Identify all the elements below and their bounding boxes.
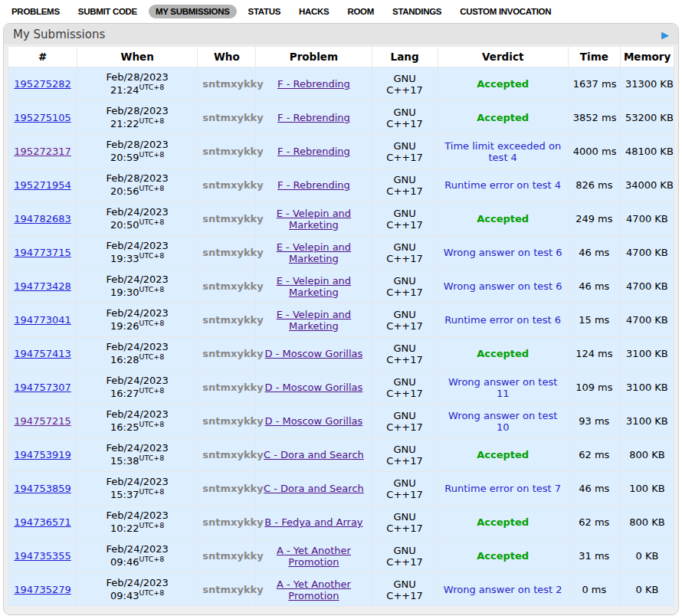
nav-item-status[interactable]: STATUS (241, 5, 288, 18)
submission-id-link[interactable]: 194782683 (14, 213, 70, 224)
user-link[interactable]: sntmxykky (202, 584, 263, 595)
user-link[interactable]: sntmxykky (202, 247, 263, 258)
submission-id-link[interactable]: 194757413 (14, 348, 70, 359)
problem-link[interactable]: B - Fedya and Array (264, 516, 362, 528)
lang-cell: GNU C++17 (372, 506, 438, 539)
submission-id-link[interactable]: 194736571 (14, 516, 70, 528)
submission-id-link[interactable]: 194773715 (14, 247, 70, 258)
table-row: 194757215 Feb/24/2023 16:25UTC+8 sntmxyk… (8, 405, 674, 438)
submission-id-link[interactable]: 195271954 (14, 179, 70, 191)
submissions-table: #WhenWhoProblemLangVerdictTimeMemory 195… (8, 46, 674, 607)
column-header-memory: Memory (620, 47, 674, 67)
submission-id-link[interactable]: 195275105 (14, 112, 70, 123)
nav-item-hacks[interactable]: HACKS (292, 5, 336, 18)
verdict-text: Accepted (477, 112, 529, 123)
submission-id-cell: 194773428 (8, 270, 77, 303)
when-cell: Feb/24/2023 19:30UTC+8 (77, 270, 198, 303)
nav-item-problems[interactable]: PROBLEMS (5, 5, 67, 18)
user-link[interactable]: sntmxykky (202, 179, 263, 191)
lang-cell: GNU C++17 (372, 270, 438, 303)
problem-link[interactable]: E - Velepin and Marketing (277, 208, 351, 231)
column-header-lang: Lang (372, 47, 438, 67)
lang-cell: GNU C++17 (372, 303, 438, 337)
problem-link[interactable]: D - Moscow Gorillas (265, 348, 363, 359)
when-cell: Feb/24/2023 16:27UTC+8 (77, 371, 198, 405)
memory-cell: 34000 KB (620, 169, 674, 202)
submission-id-link[interactable]: 194735279 (14, 584, 70, 595)
problem-link[interactable]: C - Dora and Search (264, 449, 364, 460)
user-link[interactable]: sntmxykky (202, 78, 263, 90)
problem-link[interactable]: F - Rebrending (277, 112, 350, 123)
problem-link[interactable]: E - Velepin and Marketing (277, 275, 351, 298)
problem-link[interactable]: E - Velepin and Marketing (277, 309, 351, 332)
table-row: 194735279 Feb/24/2023 09:43UTC+8 sntmxyk… (8, 573, 674, 607)
user-link[interactable]: sntmxykky (202, 280, 263, 292)
problem-link[interactable]: F - Rebrending (277, 146, 350, 157)
problem-link[interactable]: F - Rebrending (277, 179, 350, 191)
user-link[interactable]: sntmxykky (202, 382, 263, 393)
submission-id-link[interactable]: 194773428 (14, 280, 70, 292)
submission-id-link[interactable]: 194753859 (14, 483, 70, 494)
user-link[interactable]: sntmxykky (202, 146, 263, 157)
verdict-cell: Accepted (438, 506, 568, 539)
nav-item-room[interactable]: ROOM (340, 5, 381, 18)
submission-id-cell: 194736571 (8, 506, 77, 539)
user-link[interactable]: sntmxykky (202, 112, 263, 123)
time-cell: 249 ms (568, 202, 620, 236)
panel-expand-arrow-icon[interactable]: ▶ (661, 30, 669, 40)
verdict-text: Runtime error on test 4 (444, 179, 561, 191)
submission-time: 20:59UTC+8 (82, 150, 192, 163)
memory-cell: 3100 KB (620, 337, 674, 371)
nav-item-submit-code[interactable]: SUBMIT CODE (71, 5, 144, 18)
nav-item-custom-invocation[interactable]: CUSTOM INVOCATION (453, 5, 558, 18)
problem-link[interactable]: A - Yet Another Promotion (277, 578, 351, 601)
when-cell: Feb/24/2023 20:50UTC+8 (77, 202, 198, 236)
problem-link[interactable]: C - Dora and Search (264, 483, 364, 494)
verdict-cell: Wrong answer on test 6 (438, 270, 568, 303)
memory-cell: 48100 KB (620, 135, 674, 169)
submission-id-link[interactable]: 194735355 (14, 550, 70, 562)
verdict-cell: Wrong answer on test 11 (438, 371, 568, 405)
user-link[interactable]: sntmxykky (202, 348, 263, 359)
user-link[interactable]: sntmxykky (202, 415, 263, 427)
problem-cell: A - Yet Another Promotion (256, 539, 372, 573)
problem-link[interactable]: F - Rebrending (277, 78, 350, 90)
submission-id-link[interactable]: 195275282 (14, 78, 70, 90)
submission-id-link[interactable]: 194757307 (14, 382, 70, 393)
submission-id-link[interactable]: 194753919 (14, 449, 70, 460)
when-cell: Feb/24/2023 19:26UTC+8 (77, 303, 198, 337)
submission-date: Feb/24/2023 (82, 307, 192, 319)
who-cell: sntmxykky (198, 405, 256, 438)
who-cell: sntmxykky (198, 270, 256, 303)
table-row: 194773041 Feb/24/2023 19:26UTC+8 sntmxyk… (8, 303, 674, 337)
problem-link[interactable]: E - Velepin and Marketing (277, 241, 351, 264)
user-link[interactable]: sntmxykky (202, 314, 263, 326)
verdict-cell: Runtime error on test 7 (438, 472, 568, 506)
user-link[interactable]: sntmxykky (202, 516, 263, 528)
submission-id-link[interactable]: 194757215 (14, 415, 70, 427)
submission-id-link[interactable]: 194773041 (14, 314, 70, 326)
submission-date: Feb/24/2023 (82, 543, 192, 555)
submission-date: Feb/24/2023 (82, 442, 192, 454)
memory-cell: 800 KB (620, 438, 674, 472)
problem-cell: F - Rebrending (256, 169, 372, 202)
user-link[interactable]: sntmxykky (202, 550, 263, 562)
user-link[interactable]: sntmxykky (202, 483, 263, 494)
nav-item-standings[interactable]: STANDINGS (385, 5, 448, 18)
lang-cell: GNU C++17 (372, 539, 438, 573)
problem-link[interactable]: D - Moscow Gorillas (265, 382, 363, 393)
problem-cell: F - Rebrending (256, 101, 372, 135)
memory-cell: 0 KB (620, 539, 674, 573)
verdict-cell: Accepted (438, 438, 568, 472)
table-row: 195275282 Feb/28/2023 21:24UTC+8 sntmxyk… (8, 67, 674, 101)
verdict-text: Wrong answer on test 10 (448, 410, 557, 433)
user-link[interactable]: sntmxykky (202, 213, 263, 224)
problem-link[interactable]: D - Moscow Gorillas (265, 415, 363, 427)
nav-item-my-submissions[interactable]: MY SUBMISSIONS (149, 5, 237, 18)
when-cell: Feb/28/2023 20:56UTC+8 (77, 169, 198, 202)
problem-link[interactable]: A - Yet Another Promotion (277, 545, 351, 568)
submission-id-link[interactable]: 195272317 (14, 146, 70, 157)
submission-id-cell: 194735355 (8, 539, 77, 573)
user-link[interactable]: sntmxykky (202, 449, 263, 460)
table-row: 195271954 Feb/28/2023 20:56UTC+8 sntmxyk… (8, 169, 674, 202)
